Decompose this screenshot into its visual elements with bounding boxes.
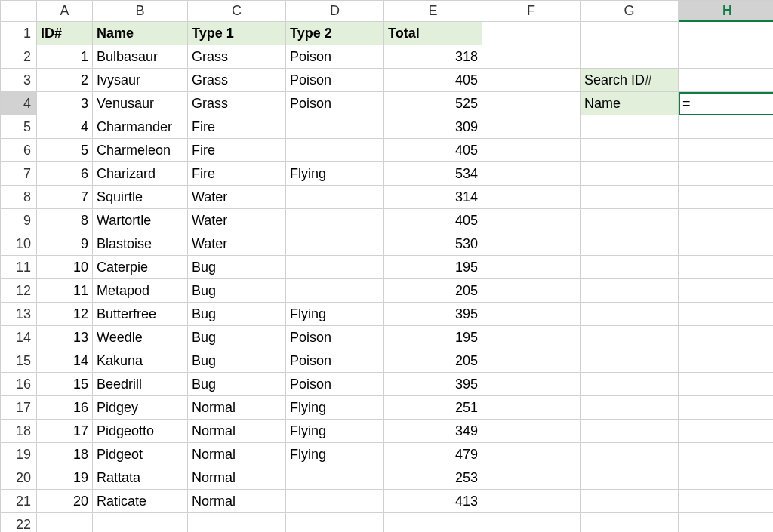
cell-F8[interactable] xyxy=(482,186,581,209)
col-header-A[interactable]: A xyxy=(37,1,93,22)
cell-H7[interactable] xyxy=(679,162,773,186)
cell-H19[interactable] xyxy=(679,443,773,466)
cell-B3[interactable]: Ivysaur xyxy=(93,69,188,92)
cell-G17[interactable] xyxy=(581,396,679,420)
cell-G22[interactable] xyxy=(581,513,679,532)
cell-G14[interactable] xyxy=(581,326,679,349)
cell-F1[interactable] xyxy=(482,22,581,45)
cell-A14[interactable]: 13 xyxy=(37,326,93,349)
cell-H5[interactable] xyxy=(679,115,773,139)
cell-B4[interactable]: Venusaur xyxy=(93,92,188,115)
cell-C11[interactable]: Bug xyxy=(188,256,286,279)
cell-C17[interactable]: Normal xyxy=(188,396,286,420)
cell-E19[interactable]: 479 xyxy=(384,443,482,466)
cell-B1[interactable]: Name xyxy=(93,22,188,45)
cell-D21[interactable] xyxy=(286,490,384,513)
cell-G1[interactable] xyxy=(581,22,679,45)
cell-B19[interactable]: Pidgeot xyxy=(93,443,188,466)
cell-B21[interactable]: Raticate xyxy=(93,490,188,513)
cell-F14[interactable] xyxy=(482,326,581,349)
row-header-14[interactable]: 14 xyxy=(1,326,37,349)
cell-D2[interactable]: Poison xyxy=(286,45,384,69)
cell-C9[interactable]: Water xyxy=(188,209,286,232)
formula-edit-text[interactable]: = xyxy=(680,96,691,112)
cell-E17[interactable]: 251 xyxy=(384,396,482,420)
cell-G12[interactable] xyxy=(581,279,679,303)
cell-B2[interactable]: Bulbasaur xyxy=(93,45,188,69)
cell-G3-search-id-label[interactable]: Search ID# xyxy=(581,69,679,92)
cell-A7[interactable]: 6 xyxy=(37,162,93,186)
row-header-18[interactable]: 18 xyxy=(1,420,37,443)
cell-E13[interactable]: 395 xyxy=(384,303,482,326)
cell-E22[interactable] xyxy=(384,513,482,532)
row-header-17[interactable]: 17 xyxy=(1,396,37,420)
cell-E18[interactable]: 349 xyxy=(384,420,482,443)
cell-H21[interactable] xyxy=(679,490,773,513)
cell-G8[interactable] xyxy=(581,186,679,209)
cell-H18[interactable] xyxy=(679,420,773,443)
cell-D10[interactable] xyxy=(286,232,384,256)
row-header-10[interactable]: 10 xyxy=(1,232,37,256)
cell-B16[interactable]: Beedrill xyxy=(93,373,188,396)
cell-D5[interactable] xyxy=(286,115,384,139)
cell-F21[interactable] xyxy=(482,490,581,513)
cell-D9[interactable] xyxy=(286,209,384,232)
cell-B8[interactable]: Squirtle xyxy=(93,186,188,209)
col-header-D[interactable]: D xyxy=(286,1,384,22)
cell-B13[interactable]: Butterfree xyxy=(93,303,188,326)
cell-E11[interactable]: 195 xyxy=(384,256,482,279)
cell-C14[interactable]: Bug xyxy=(188,326,286,349)
cell-H17[interactable] xyxy=(679,396,773,420)
row-header-12[interactable]: 12 xyxy=(1,279,37,303)
cell-D4[interactable]: Poison xyxy=(286,92,384,115)
cell-D7[interactable]: Flying xyxy=(286,162,384,186)
cell-A4[interactable]: 3 xyxy=(37,92,93,115)
cell-F7[interactable] xyxy=(482,162,581,186)
cell-G2[interactable] xyxy=(581,45,679,69)
cell-G15[interactable] xyxy=(581,349,679,373)
cell-D3[interactable]: Poison xyxy=(286,69,384,92)
cell-F12[interactable] xyxy=(482,279,581,303)
cell-B18[interactable]: Pidgeotto xyxy=(93,420,188,443)
row-header-8[interactable]: 8 xyxy=(1,186,37,209)
cell-D22[interactable] xyxy=(286,513,384,532)
row-header-13[interactable]: 13 xyxy=(1,303,37,326)
cell-A18[interactable]: 17 xyxy=(37,420,93,443)
cell-F17[interactable] xyxy=(482,396,581,420)
cell-C16[interactable]: Bug xyxy=(188,373,286,396)
cell-B12[interactable]: Metapod xyxy=(93,279,188,303)
cell-B22[interactable] xyxy=(93,513,188,532)
cell-E12[interactable]: 205 xyxy=(384,279,482,303)
cell-G6[interactable] xyxy=(581,139,679,162)
cell-E6[interactable]: 405 xyxy=(384,139,482,162)
cell-A12[interactable]: 11 xyxy=(37,279,93,303)
cell-B15[interactable]: Kakuna xyxy=(93,349,188,373)
cell-G4-name-label[interactable]: Name xyxy=(581,92,679,115)
cell-G18[interactable] xyxy=(581,420,679,443)
cell-E1[interactable]: Total xyxy=(384,22,482,45)
cell-E7[interactable]: 534 xyxy=(384,162,482,186)
cell-C8[interactable]: Water xyxy=(188,186,286,209)
cell-B14[interactable]: Weedle xyxy=(93,326,188,349)
cell-C6[interactable]: Fire xyxy=(188,139,286,162)
cell-C2[interactable]: Grass xyxy=(188,45,286,69)
row-header-9[interactable]: 9 xyxy=(1,209,37,232)
cell-D14[interactable]: Poison xyxy=(286,326,384,349)
cell-A20[interactable]: 19 xyxy=(37,466,93,490)
cell-A8[interactable]: 7 xyxy=(37,186,93,209)
cell-A3[interactable]: 2 xyxy=(37,69,93,92)
cell-D19[interactable]: Flying xyxy=(286,443,384,466)
cell-G16[interactable] xyxy=(581,373,679,396)
cell-H15[interactable] xyxy=(679,349,773,373)
cell-H10[interactable] xyxy=(679,232,773,256)
cell-A2[interactable]: 1 xyxy=(37,45,93,69)
cell-H11[interactable] xyxy=(679,256,773,279)
row-header-16[interactable]: 16 xyxy=(1,373,37,396)
row-header-22[interactable]: 22 xyxy=(1,513,37,532)
cell-G7[interactable] xyxy=(581,162,679,186)
row-header-11[interactable]: 11 xyxy=(1,256,37,279)
cell-A15[interactable]: 14 xyxy=(37,349,93,373)
cell-H12[interactable] xyxy=(679,279,773,303)
cell-B11[interactable]: Caterpie xyxy=(93,256,188,279)
cell-F13[interactable] xyxy=(482,303,581,326)
